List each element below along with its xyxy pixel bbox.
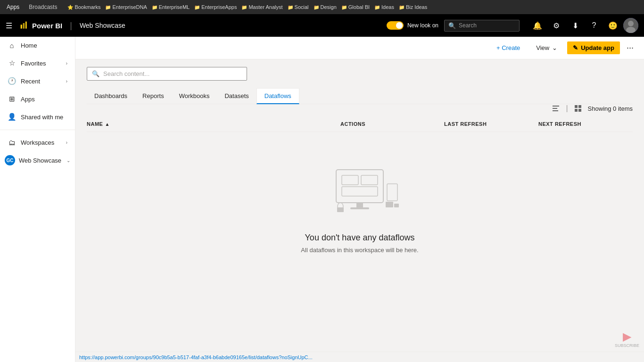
bookmark-enterpriseml[interactable]: 📁 EnterpriseML <box>152 4 190 10</box>
new-look-toggle[interactable] <box>387 21 404 30</box>
folder-icon: 📁 <box>241 5 247 10</box>
chevron-right-icon: › <box>66 61 67 66</box>
sidebar-item-label: Recent <box>21 78 61 85</box>
col-actions: ACTIONS <box>340 121 444 127</box>
bookmark-bookmarks[interactable]: ⭐ Bookmarks <box>67 4 100 10</box>
bookmark-design[interactable]: 📁 Design <box>314 4 337 10</box>
help-icon[interactable]: ? <box>586 17 603 34</box>
empty-state: You don't have any dataflows All dataflo… <box>87 132 633 282</box>
svg-rect-1 <box>23 23 25 29</box>
svg-point-4 <box>628 21 634 26</box>
update-label: Update app <box>581 44 614 51</box>
toggle-knob <box>396 22 403 29</box>
update-icon: ✎ <box>573 44 578 51</box>
bookmark-label: Bookmarks <box>74 4 100 10</box>
browser-bar: Apps Broadcasts ⭐ Bookmarks 📁 Enterprise… <box>0 0 644 14</box>
svg-rect-19 <box>350 207 369 209</box>
chevron-down-icon: ⌄ <box>66 158 70 163</box>
status-url: https://app.powerbi.com/groups/90c9b5a5-… <box>79 354 640 360</box>
search-input[interactable] <box>459 22 515 29</box>
shared-icon: 👤 <box>8 113 16 121</box>
chevron-right-icon: › <box>66 140 67 145</box>
table-header: NAME ▲ ACTIONS LAST REFRESH NEXT REFRESH <box>87 116 633 132</box>
bookmark-bizideas[interactable]: 📁 Biz Ideas <box>399 4 427 10</box>
folder-icon: 📁 <box>341 5 347 10</box>
sidebar-item-label: Apps <box>21 96 67 103</box>
svg-rect-23 <box>386 202 393 207</box>
bookmark-label: EnterpriseDNA <box>112 4 147 10</box>
folder-icon: 📁 <box>314 5 319 10</box>
content-search-bar[interactable]: 🔍 <box>87 67 247 81</box>
subscribe-watermark: ▶ SUBSCRIBE <box>615 330 639 348</box>
sidebar-item-home[interactable]: ⌂ Home <box>0 37 75 54</box>
bookmark-label: Master Analyst <box>248 4 282 10</box>
tab-dashboards[interactable]: Dashboards <box>87 89 135 104</box>
sidebar-item-recent[interactable]: 🕐 Recent › <box>0 72 75 90</box>
sidebar-divider <box>0 130 75 130</box>
sidebar-item-favorites[interactable]: ☆ Favorites › <box>0 54 75 72</box>
svg-rect-0 <box>21 25 22 28</box>
sidebar-item-apps[interactable]: ⊞ Apps <box>0 90 75 108</box>
svg-rect-24 <box>394 204 399 207</box>
bookmark-masteranalyst[interactable]: 📁 Master Analyst <box>241 4 282 10</box>
download-icon[interactable]: ⬇ <box>567 17 584 34</box>
bookmark-enterpriseapps[interactable]: 📁 EnterpriseApps <box>194 4 237 10</box>
sidebar-item-workspaces[interactable]: 🗂 Workspaces › <box>0 134 75 151</box>
powerbi-logo: Power BI <box>20 21 62 30</box>
home-icon: ⌂ <box>8 41 16 49</box>
header-search-box[interactable]: 🔍 <box>444 20 520 32</box>
bookmark-globalbi[interactable]: 📁 Global BI <box>341 4 370 10</box>
avatar-image <box>623 18 638 33</box>
col-last-refresh: LAST REFRESH <box>444 121 538 127</box>
app-body: ⌂ Home ☆ Favorites › 🕐 Recent › ⊞ Apps 👤… <box>0 37 644 362</box>
hamburger-icon[interactable]: ☰ <box>6 21 12 30</box>
view-button[interactable]: View ⌄ <box>530 41 563 55</box>
folder-icon: 📁 <box>105 5 111 10</box>
action-bar: + Create View ⌄ ✎ Update app ··· <box>75 37 644 59</box>
empty-illustration <box>317 160 402 222</box>
folder-icon: 📁 <box>399 5 405 10</box>
avatar[interactable] <box>623 18 638 33</box>
list-icon[interactable] <box>574 104 582 113</box>
workspace-icon: GC <box>5 155 15 165</box>
tab-workbooks[interactable]: Workbooks <box>172 89 217 104</box>
content-area: 🔍 Dashboards Reports Workbooks Datasets … <box>75 59 644 352</box>
notifications-icon[interactable]: 🔔 <box>529 17 546 34</box>
sidebar-item-label: Workspaces <box>21 139 61 146</box>
content-search-input[interactable] <box>103 70 242 77</box>
sidebar-item-label: Shared with me <box>21 114 67 121</box>
folder-icon: 📁 <box>194 5 200 10</box>
tab-reports[interactable]: Reports <box>135 89 172 104</box>
workspace-name: Web Showcase <box>19 157 63 164</box>
showing-count: Showing 0 items <box>588 105 633 112</box>
group-icon[interactable] <box>552 104 560 113</box>
tabs-row: Dashboards Reports Workbooks Datasets Da… <box>87 88 633 104</box>
feedback-icon[interactable]: 🙂 <box>604 17 621 34</box>
subscribe-icon: ▶ <box>623 330 631 343</box>
app-name: Power BI <box>32 22 62 30</box>
sidebar-workspace-webshowcase[interactable]: GC Web Showcase ⌄ <box>0 151 75 169</box>
browser-tabs: Apps Broadcasts <box>4 3 60 11</box>
tab-datasets[interactable]: Datasets <box>217 89 256 104</box>
col-name[interactable]: NAME ▲ <box>87 121 340 127</box>
more-options-button[interactable]: ··· <box>624 41 636 55</box>
sidebar-item-label: Home <box>21 42 67 49</box>
col-next-refresh: NEXT REFRESH <box>538 121 633 127</box>
browser-bookmarks: ⭐ Bookmarks 📁 EnterpriseDNA 📁 Enterprise… <box>67 4 640 10</box>
bookmark-label: Design <box>321 4 337 10</box>
main-content: + Create View ⌄ ✎ Update app ··· 🔍 Dashb… <box>75 37 644 362</box>
browser-tab-apps[interactable]: Apps <box>4 3 22 11</box>
bookmark-ideas[interactable]: 📁 Ideas <box>374 4 394 10</box>
update-app-button[interactable]: ✎ Update app <box>567 41 620 54</box>
col-name-label: NAME <box>87 121 103 127</box>
settings-icon[interactable]: ⚙ <box>548 17 565 34</box>
bookmark-social[interactable]: 📁 Social <box>288 4 309 10</box>
create-button[interactable]: + Create <box>490 41 526 55</box>
bookmark-enterprisedna[interactable]: 📁 EnterpriseDNA <box>105 4 147 10</box>
tab-dataflows[interactable]: Dataflows <box>256 88 299 104</box>
browser-tab-broadcasts[interactable]: Broadcasts <box>26 3 60 11</box>
chevron-down-icon: ⌄ <box>552 44 557 51</box>
sidebar-item-shared[interactable]: 👤 Shared with me <box>0 108 75 126</box>
svg-rect-8 <box>553 110 558 111</box>
svg-rect-18 <box>356 203 363 207</box>
